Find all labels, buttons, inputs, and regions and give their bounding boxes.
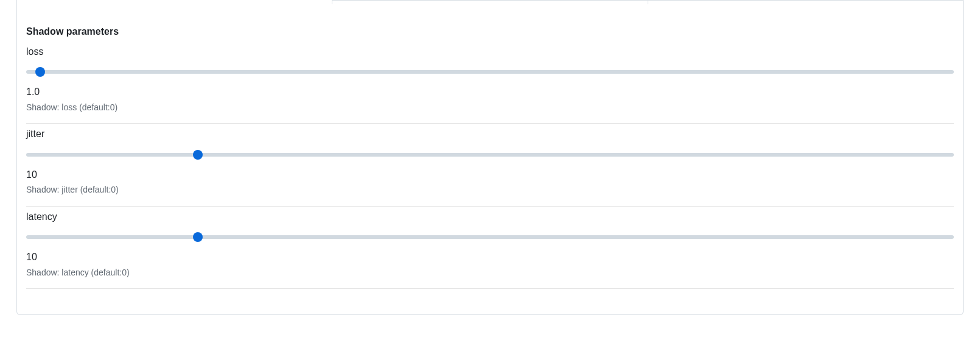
slider-track (26, 70, 954, 74)
slider-thumb[interactable] (35, 67, 45, 77)
param-label-jitter: jitter (26, 127, 954, 141)
param-loss: loss 1.0 Shadow: loss (default:0) (26, 41, 954, 124)
slider-thumb[interactable] (193, 150, 203, 160)
param-label-loss: loss (26, 45, 954, 59)
param-description-loss: Shadow: loss (default:0) (26, 102, 954, 114)
slider-thumb[interactable] (193, 232, 203, 242)
param-value-latency: 10 (26, 250, 954, 264)
slider-track (26, 153, 954, 157)
slider-latency[interactable] (26, 232, 954, 242)
parameters-panel: Shadow parameters loss 1.0 Shadow: loss … (16, 4, 964, 315)
param-value-loss: 1.0 (26, 85, 954, 99)
param-value-jitter: 10 (26, 168, 954, 182)
param-label-latency: latency (26, 210, 954, 224)
slider-loss[interactable] (26, 67, 954, 77)
section-title: Shadow parameters (26, 24, 954, 39)
param-description-latency: Shadow: latency (default:0) (26, 267, 954, 279)
param-jitter: jitter 10 Shadow: jitter (default:0) (26, 124, 954, 206)
param-description-jitter: Shadow: jitter (default:0) (26, 184, 954, 196)
slider-jitter[interactable] (26, 150, 954, 160)
param-latency: latency 10 Shadow: latency (default:0) (26, 207, 954, 289)
slider-track (26, 235, 954, 239)
